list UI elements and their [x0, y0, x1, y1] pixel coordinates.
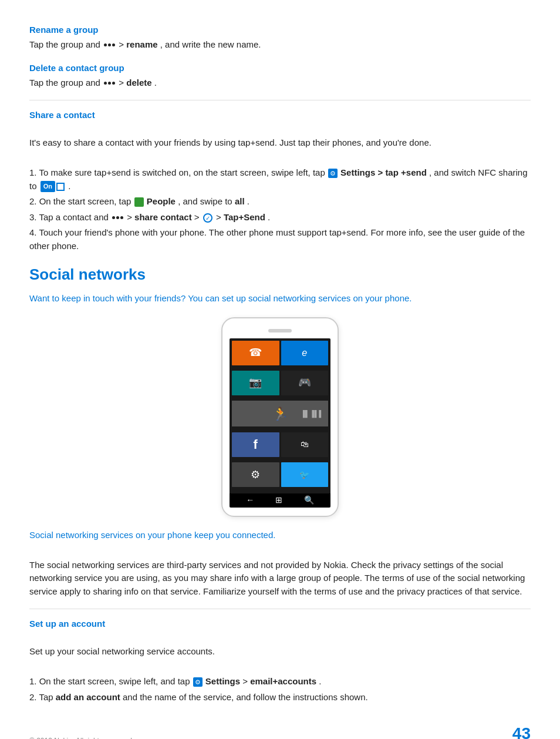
settings-icon: [328, 169, 338, 178]
people-icon: [134, 197, 144, 207]
delete-arrow: >: [119, 78, 126, 88]
share-step3: 3. Tap a contact and > share contact > >…: [29, 211, 531, 224]
tile-wide-runner: 🏃 ▐▌▐▌▌: [232, 401, 328, 426]
step3-tap-send: Tap+Send: [224, 212, 265, 222]
share-step1: 1. To make sure tap+send is switched on,…: [29, 166, 531, 193]
setup-step1-email: email+accounts: [250, 676, 316, 686]
nav-back-icon: ←: [246, 494, 254, 506]
step2-all: all: [235, 196, 245, 206]
rename-arrow: >: [119, 39, 126, 49]
nfc-toggle: On: [41, 181, 65, 192]
tile-games: 🎮: [281, 371, 329, 395]
setup-step2-add: add an account: [56, 692, 120, 702]
setup-step2-c: and the name of the service, and follow …: [123, 692, 368, 702]
setup-step2-a: 2. Tap: [29, 692, 53, 702]
delete-group-section: Delete a contact group Tap the group and…: [29, 62, 531, 89]
runner-icon: 🏃: [272, 404, 288, 424]
step3-arrow1: >: [127, 212, 134, 222]
step3-share-contact: share contact: [134, 212, 192, 222]
delete-text-before: Tap the group and: [29, 78, 100, 88]
setup-account-title: Set up an account: [29, 617, 531, 631]
setup-account-section: Set up an account Set up your social net…: [29, 617, 531, 704]
share-contact-intro: It's easy to share a contact with your f…: [29, 136, 531, 150]
social-caption: Social networking services on your phone…: [29, 529, 531, 542]
dots-step3: [112, 216, 123, 219]
step1-a: 1. To make sure tap+send is switched on,…: [29, 167, 325, 177]
dots-rename: [104, 43, 115, 46]
setup-step1-a: 1. On the start screen, swipe left, and …: [29, 676, 190, 686]
nav-search-icon: 🔍: [304, 494, 314, 506]
delete-group-text: Tap the group and > delete .: [29, 76, 531, 90]
setup-step1-settings: Settings: [205, 676, 240, 686]
tile-settings: ⚙: [232, 462, 279, 487]
tile-camera: 📷: [232, 371, 279, 395]
step2-people: People: [147, 196, 176, 206]
setup-step1-period: .: [319, 676, 321, 686]
step1-settings: Settings >: [340, 167, 385, 177]
delete-keyword: delete: [126, 78, 151, 88]
phone-nav-bar: ← ⊞ 🔍: [230, 493, 330, 508]
step1-tap-send: tap +send: [385, 167, 426, 177]
step2-e: .: [247, 196, 249, 206]
tile-email: e: [281, 341, 329, 365]
dots-delete: [104, 82, 115, 85]
tiles-area: ☎ e 📷 🎮 🏃 ▐▌▐▌▌ f 🛍 ⚙ 🐦: [230, 338, 330, 493]
social-networks-section: Social networks Want to keep in touch wi…: [29, 263, 531, 598]
page-number: 43: [512, 721, 531, 739]
setup-step2: 2. Tap add an account and the name of th…: [29, 691, 531, 704]
step3-arrow2: >: [194, 212, 202, 222]
setup-account-intro: Set up your social networking service ac…: [29, 645, 531, 659]
rename-text-after: , and write the new name.: [160, 39, 261, 49]
rename-group-text: Tap the group and > rename , and write t…: [29, 38, 531, 52]
settings-icon-2: [193, 677, 203, 687]
section-divider-1: [29, 100, 531, 100]
phone-illustration: ☎ e 📷 🎮 🏃 ▐▌▐▌▌ f 🛍 ⚙ 🐦: [29, 317, 531, 517]
delete-text-end: .: [154, 78, 157, 88]
phone-screen: ☎ e 📷 🎮 🏃 ▐▌▐▌▌ f 🛍 ⚙ 🐦: [230, 338, 330, 508]
rename-keyword: rename: [126, 39, 157, 49]
rename-text-before: Tap the group and: [29, 39, 100, 49]
page-footer: © 2013 Nokia. All rights reserved. 43: [29, 721, 531, 739]
share-contact-section: Share a contact It's easy to share a con…: [29, 109, 531, 253]
step3-arrow3: >: [216, 212, 224, 222]
social-networks-intro: Want to keep in touch with your friends?…: [29, 292, 531, 305]
tile-twitter: 🐦: [281, 462, 329, 487]
tile-facebook: f: [232, 432, 279, 457]
nav-start-icon: ⊞: [275, 494, 282, 506]
bar-icon: ▐▌▐▌▌: [301, 409, 323, 419]
rename-group-title: Rename a group: [29, 23, 531, 37]
setup-step1: 1. On the start screen, swipe left, and …: [29, 675, 531, 688]
copyright-text: © 2013 Nokia. All rights reserved.: [29, 735, 134, 739]
share-step2: 2. On the start screen, tap People , and…: [29, 195, 531, 209]
step1-period: .: [68, 181, 70, 191]
social-networks-title: Social networks: [29, 263, 531, 286]
check-icon: [203, 213, 212, 223]
step2-c: , and swipe to: [178, 196, 232, 206]
share-step4: 4. Touch your friend's phone with your p…: [29, 226, 531, 253]
share-contact-title: Share a contact: [29, 109, 531, 122]
setup-step1-c: >: [242, 676, 250, 686]
step2-a: 2. On the start screen, tap: [29, 196, 131, 206]
tile-store: 🛍: [281, 432, 329, 457]
social-disclaimer: The social networking services are third…: [29, 559, 531, 599]
tile-phone: ☎: [232, 341, 279, 365]
phone-device: ☎ e 📷 🎮 🏃 ▐▌▐▌▌ f 🛍 ⚙ 🐦: [221, 317, 339, 517]
delete-group-title: Delete a contact group: [29, 62, 531, 75]
rename-group-section: Rename a group Tap the group and > renam…: [29, 23, 531, 51]
step3-period: .: [268, 212, 270, 222]
phone-speaker: [268, 329, 292, 332]
step3-a: 3. Tap a contact and: [29, 212, 109, 222]
section-divider-2: [29, 609, 531, 609]
